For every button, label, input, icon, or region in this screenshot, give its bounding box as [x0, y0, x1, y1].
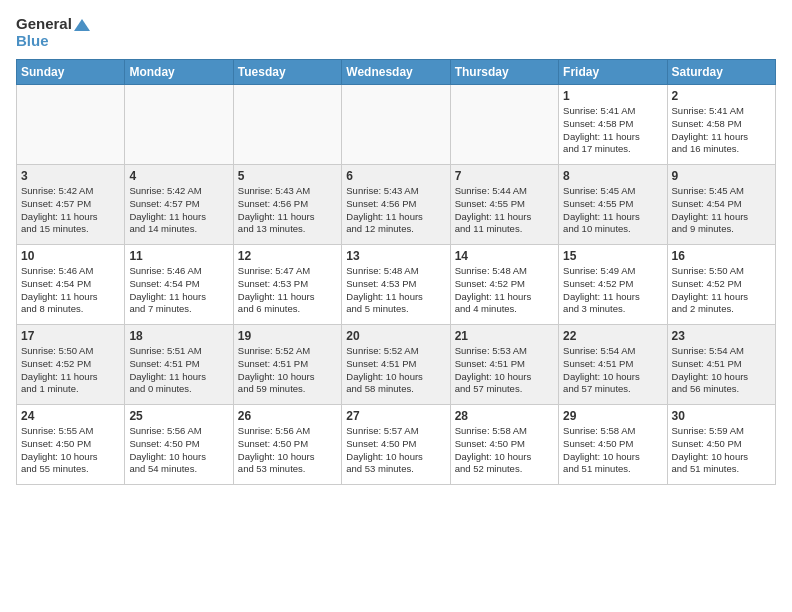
day-number: 2 [672, 89, 771, 103]
calendar-cell: 10Sunrise: 5:46 AMSunset: 4:54 PMDayligh… [17, 245, 125, 325]
day-info: Sunrise: 5:57 AMSunset: 4:50 PMDaylight:… [346, 425, 445, 476]
calendar-cell [125, 85, 233, 165]
day-number: 10 [21, 249, 120, 263]
weekday-header-cell: Thursday [450, 60, 558, 85]
day-number: 3 [21, 169, 120, 183]
day-info: Sunrise: 5:54 AMSunset: 4:51 PMDaylight:… [563, 345, 662, 396]
day-number: 6 [346, 169, 445, 183]
day-info: Sunrise: 5:58 AMSunset: 4:50 PMDaylight:… [563, 425, 662, 476]
day-number: 20 [346, 329, 445, 343]
day-number: 22 [563, 329, 662, 343]
day-info: Sunrise: 5:52 AMSunset: 4:51 PMDaylight:… [238, 345, 337, 396]
calendar-cell: 9Sunrise: 5:45 AMSunset: 4:54 PMDaylight… [667, 165, 775, 245]
day-number: 14 [455, 249, 554, 263]
logo-text: General Blue [16, 16, 90, 49]
calendar-cell: 14Sunrise: 5:48 AMSunset: 4:52 PMDayligh… [450, 245, 558, 325]
day-number: 27 [346, 409, 445, 423]
day-info: Sunrise: 5:54 AMSunset: 4:51 PMDaylight:… [672, 345, 771, 396]
day-info: Sunrise: 5:42 AMSunset: 4:57 PMDaylight:… [129, 185, 228, 236]
calendar-cell: 4Sunrise: 5:42 AMSunset: 4:57 PMDaylight… [125, 165, 233, 245]
day-info: Sunrise: 5:51 AMSunset: 4:51 PMDaylight:… [129, 345, 228, 396]
day-number: 19 [238, 329, 337, 343]
calendar-week-row: 3Sunrise: 5:42 AMSunset: 4:57 PMDaylight… [17, 165, 776, 245]
day-info: Sunrise: 5:53 AMSunset: 4:51 PMDaylight:… [455, 345, 554, 396]
page-header: General Blue [16, 16, 776, 49]
day-info: Sunrise: 5:56 AMSunset: 4:50 PMDaylight:… [129, 425, 228, 476]
weekday-header-cell: Wednesday [342, 60, 450, 85]
day-number: 28 [455, 409, 554, 423]
calendar-cell: 24Sunrise: 5:55 AMSunset: 4:50 PMDayligh… [17, 405, 125, 485]
day-number: 26 [238, 409, 337, 423]
logo: General Blue [16, 16, 90, 49]
day-number: 12 [238, 249, 337, 263]
logo-general: General [16, 16, 90, 33]
calendar-week-row: 1Sunrise: 5:41 AMSunset: 4:58 PMDaylight… [17, 85, 776, 165]
calendar-cell: 6Sunrise: 5:43 AMSunset: 4:56 PMDaylight… [342, 165, 450, 245]
calendar-body: 1Sunrise: 5:41 AMSunset: 4:58 PMDaylight… [17, 85, 776, 485]
day-info: Sunrise: 5:44 AMSunset: 4:55 PMDaylight:… [455, 185, 554, 236]
day-info: Sunrise: 5:50 AMSunset: 4:52 PMDaylight:… [21, 345, 120, 396]
calendar-cell: 28Sunrise: 5:58 AMSunset: 4:50 PMDayligh… [450, 405, 558, 485]
calendar-week-row: 24Sunrise: 5:55 AMSunset: 4:50 PMDayligh… [17, 405, 776, 485]
calendar-cell: 17Sunrise: 5:50 AMSunset: 4:52 PMDayligh… [17, 325, 125, 405]
day-info: Sunrise: 5:50 AMSunset: 4:52 PMDaylight:… [672, 265, 771, 316]
day-info: Sunrise: 5:59 AMSunset: 4:50 PMDaylight:… [672, 425, 771, 476]
day-info: Sunrise: 5:43 AMSunset: 4:56 PMDaylight:… [346, 185, 445, 236]
day-info: Sunrise: 5:58 AMSunset: 4:50 PMDaylight:… [455, 425, 554, 476]
calendar-cell: 7Sunrise: 5:44 AMSunset: 4:55 PMDaylight… [450, 165, 558, 245]
calendar-cell: 18Sunrise: 5:51 AMSunset: 4:51 PMDayligh… [125, 325, 233, 405]
day-info: Sunrise: 5:49 AMSunset: 4:52 PMDaylight:… [563, 265, 662, 316]
day-info: Sunrise: 5:41 AMSunset: 4:58 PMDaylight:… [672, 105, 771, 156]
day-info: Sunrise: 5:55 AMSunset: 4:50 PMDaylight:… [21, 425, 120, 476]
day-info: Sunrise: 5:52 AMSunset: 4:51 PMDaylight:… [346, 345, 445, 396]
calendar-cell: 20Sunrise: 5:52 AMSunset: 4:51 PMDayligh… [342, 325, 450, 405]
calendar-cell: 2Sunrise: 5:41 AMSunset: 4:58 PMDaylight… [667, 85, 775, 165]
day-number: 30 [672, 409, 771, 423]
day-number: 23 [672, 329, 771, 343]
day-number: 8 [563, 169, 662, 183]
day-number: 4 [129, 169, 228, 183]
calendar-cell [233, 85, 341, 165]
calendar-cell: 23Sunrise: 5:54 AMSunset: 4:51 PMDayligh… [667, 325, 775, 405]
day-info: Sunrise: 5:46 AMSunset: 4:54 PMDaylight:… [129, 265, 228, 316]
day-info: Sunrise: 5:43 AMSunset: 4:56 PMDaylight:… [238, 185, 337, 236]
calendar-cell: 22Sunrise: 5:54 AMSunset: 4:51 PMDayligh… [559, 325, 667, 405]
weekday-header-cell: Monday [125, 60, 233, 85]
day-info: Sunrise: 5:48 AMSunset: 4:53 PMDaylight:… [346, 265, 445, 316]
day-number: 15 [563, 249, 662, 263]
weekday-header-cell: Saturday [667, 60, 775, 85]
calendar-cell: 12Sunrise: 5:47 AMSunset: 4:53 PMDayligh… [233, 245, 341, 325]
day-number: 16 [672, 249, 771, 263]
calendar-cell: 15Sunrise: 5:49 AMSunset: 4:52 PMDayligh… [559, 245, 667, 325]
calendar-cell: 3Sunrise: 5:42 AMSunset: 4:57 PMDaylight… [17, 165, 125, 245]
calendar-cell: 27Sunrise: 5:57 AMSunset: 4:50 PMDayligh… [342, 405, 450, 485]
calendar-cell: 30Sunrise: 5:59 AMSunset: 4:50 PMDayligh… [667, 405, 775, 485]
day-number: 9 [672, 169, 771, 183]
day-number: 21 [455, 329, 554, 343]
day-number: 1 [563, 89, 662, 103]
day-number: 17 [21, 329, 120, 343]
day-number: 7 [455, 169, 554, 183]
calendar-table: SundayMondayTuesdayWednesdayThursdayFrid… [16, 59, 776, 485]
calendar-week-row: 10Sunrise: 5:46 AMSunset: 4:54 PMDayligh… [17, 245, 776, 325]
weekday-header-cell: Sunday [17, 60, 125, 85]
calendar-week-row: 17Sunrise: 5:50 AMSunset: 4:52 PMDayligh… [17, 325, 776, 405]
calendar-cell: 26Sunrise: 5:56 AMSunset: 4:50 PMDayligh… [233, 405, 341, 485]
day-info: Sunrise: 5:42 AMSunset: 4:57 PMDaylight:… [21, 185, 120, 236]
logo-blue: Blue [16, 33, 90, 50]
day-info: Sunrise: 5:41 AMSunset: 4:58 PMDaylight:… [563, 105, 662, 156]
calendar-cell [450, 85, 558, 165]
weekday-header-cell: Friday [559, 60, 667, 85]
calendar-cell [17, 85, 125, 165]
day-number: 5 [238, 169, 337, 183]
calendar-cell: 29Sunrise: 5:58 AMSunset: 4:50 PMDayligh… [559, 405, 667, 485]
day-info: Sunrise: 5:45 AMSunset: 4:55 PMDaylight:… [563, 185, 662, 236]
day-info: Sunrise: 5:46 AMSunset: 4:54 PMDaylight:… [21, 265, 120, 316]
calendar-cell: 25Sunrise: 5:56 AMSunset: 4:50 PMDayligh… [125, 405, 233, 485]
day-info: Sunrise: 5:47 AMSunset: 4:53 PMDaylight:… [238, 265, 337, 316]
calendar-cell: 5Sunrise: 5:43 AMSunset: 4:56 PMDaylight… [233, 165, 341, 245]
calendar-cell: 11Sunrise: 5:46 AMSunset: 4:54 PMDayligh… [125, 245, 233, 325]
day-number: 11 [129, 249, 228, 263]
calendar-cell: 1Sunrise: 5:41 AMSunset: 4:58 PMDaylight… [559, 85, 667, 165]
day-info: Sunrise: 5:48 AMSunset: 4:52 PMDaylight:… [455, 265, 554, 316]
